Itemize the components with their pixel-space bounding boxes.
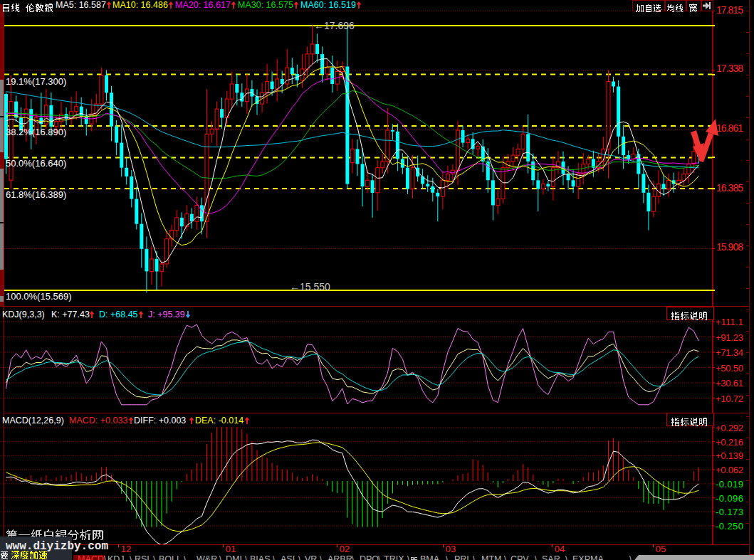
svg-text:05: 05 <box>656 544 666 554</box>
svg-text:\: \ <box>565 554 568 560</box>
svg-text:+0.216: +0.216 <box>716 437 743 448</box>
svg-text:-0.173: -0.173 <box>716 507 743 517</box>
svg-text:VR: VR <box>305 554 317 560</box>
svg-text:DPO: DPO <box>360 554 379 560</box>
svg-text:\: \ <box>320 554 323 560</box>
svg-text:03: 03 <box>446 544 456 554</box>
svg-text:\: \ <box>298 554 301 560</box>
svg-text:17.815: 17.815 <box>716 4 743 16</box>
svg-text:\: \ <box>473 554 476 560</box>
svg-text:04: 04 <box>555 544 565 554</box>
svg-text:TRIX: TRIX <box>384 554 404 560</box>
svg-text:02: 02 <box>340 544 350 554</box>
svg-text:61.8%(16.389): 61.8%(16.389) <box>6 189 66 200</box>
svg-text:+0.139: +0.139 <box>716 450 743 461</box>
svg-text:ARBR: ARBR <box>328 554 352 560</box>
svg-text:\: \ <box>378 554 381 560</box>
svg-text:MACD: MACD <box>78 554 104 560</box>
svg-text:←17.696: ←17.696 <box>314 20 355 31</box>
svg-text:\: \ <box>153 554 156 560</box>
svg-text:www.diyizby.com: www.diyizby.com <box>6 540 108 553</box>
svg-text:\: \ <box>273 554 276 560</box>
svg-text:+111.1: +111.1 <box>716 317 743 327</box>
svg-text:100.0%(15.569): 100.0%(15.569) <box>6 291 72 302</box>
svg-text:+50.50: +50.50 <box>716 363 743 374</box>
svg-text:+30.61: +30.61 <box>716 378 743 389</box>
svg-text:-0.250: -0.250 <box>716 521 743 532</box>
svg-text:D: +68.45: D: +68.45 <box>99 310 138 319</box>
svg-text:←15.550: ←15.550 <box>290 281 330 292</box>
svg-text:\: \ <box>446 554 449 560</box>
svg-text:DEA: -0.014: DEA: -0.014 <box>195 416 244 426</box>
svg-text:RSI: RSI <box>135 554 150 560</box>
svg-text:MA5: 16.587: MA5: 16.587 <box>56 0 106 10</box>
svg-text:\: \ <box>352 554 355 560</box>
svg-text:\: \ <box>219 554 222 560</box>
svg-text:MTM: MTM <box>481 554 501 560</box>
svg-text:SAR: SAR <box>542 554 560 560</box>
svg-text:+91.23: +91.23 <box>716 332 743 343</box>
svg-text:MACD(12,26,9): MACD(12,26,9) <box>2 416 64 426</box>
svg-text:50.0%(16.640): 50.0%(16.640) <box>6 158 66 169</box>
svg-text:BOLL: BOLL <box>159 554 182 560</box>
svg-text:16.861: 16.861 <box>716 122 743 134</box>
svg-text:38.2%(16.890): 38.2%(16.890) <box>6 127 66 137</box>
svg-text:\: \ <box>184 554 187 560</box>
svg-text:\: \ <box>535 554 538 560</box>
svg-text:ASI: ASI <box>281 554 295 560</box>
svg-text:17.338: 17.338 <box>716 63 743 74</box>
svg-text:BMA: BMA <box>420 554 440 560</box>
svg-text:\: \ <box>504 554 507 560</box>
svg-text:\: \ <box>407 554 410 560</box>
svg-text:-0.096: -0.096 <box>716 493 743 504</box>
svg-text:\: \ <box>629 554 632 560</box>
svg-text:EXPMA: EXPMA <box>572 554 604 560</box>
svg-text:+0.062: +0.062 <box>716 465 743 475</box>
svg-text:\: \ <box>130 554 132 560</box>
svg-text:-0.019: -0.019 <box>716 479 743 490</box>
svg-text:MACD: +0.033: MACD: +0.033 <box>69 416 127 426</box>
svg-text:KDJ(9,3,3): KDJ(9,3,3) <box>2 310 45 319</box>
svg-text:MA20: 16.617: MA20: 16.617 <box>175 0 231 10</box>
svg-text:DMI: DMI <box>226 554 242 560</box>
svg-text:01: 01 <box>226 544 236 554</box>
svg-text:BIAS: BIAS <box>250 554 271 560</box>
svg-text:+0.292: +0.292 <box>716 423 743 433</box>
svg-text:19.1%(17.300): 19.1%(17.300) <box>6 76 66 87</box>
svg-text:MA10: 16.486: MA10: 16.486 <box>112 0 168 10</box>
svg-text:12: 12 <box>121 544 131 554</box>
svg-text:W&R: W&R <box>197 554 217 560</box>
svg-text:+10.72: +10.72 <box>716 393 743 404</box>
svg-text:\: \ <box>104 554 107 560</box>
svg-text:K: +77.43: K: +77.43 <box>51 310 90 319</box>
svg-text:KDJ: KDJ <box>108 554 125 560</box>
svg-text:DIFF: +0.003: DIFF: +0.003 <box>134 416 186 426</box>
svg-text:\: \ <box>245 554 248 560</box>
svg-text:15.908: 15.908 <box>716 241 743 253</box>
svg-text:MA30: 16.575: MA30: 16.575 <box>238 0 293 10</box>
svg-text:+71.34: +71.34 <box>716 347 743 358</box>
svg-text:MA60: 16.519: MA60: 16.519 <box>300 0 356 10</box>
svg-text:16.385: 16.385 <box>716 182 743 194</box>
svg-text:PRI: PRI <box>454 554 469 560</box>
svg-text:CPV: CPV <box>510 554 529 560</box>
svg-text:J: +95.39: J: +95.39 <box>148 310 185 319</box>
